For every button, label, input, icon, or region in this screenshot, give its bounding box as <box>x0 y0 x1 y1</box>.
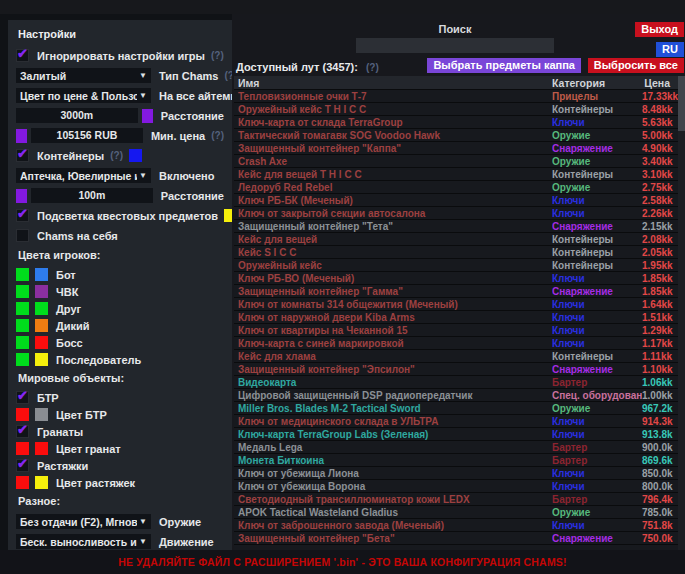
table-row[interactable]: Ключ от наружной двери Kiba ArmsКлючи1.5… <box>234 311 678 324</box>
table-row[interactable]: Медаль LegaБартер900.0k <box>234 441 678 454</box>
column-header-category[interactable]: Категория <box>552 77 642 89</box>
loot-table: Имя Категория Цена Тепловизионные очки Т… <box>234 76 678 550</box>
player-color-swatch-2[interactable] <box>35 302 48 315</box>
table-row[interactable]: Кейс для хламаКонтейнеры1.11kk <box>234 350 678 363</box>
table-row[interactable]: Ключ-карта от склада TerraGroupКлючи5.63… <box>234 116 678 129</box>
table-row[interactable]: Кейс для вещейКонтейнеры2.08kk <box>234 233 678 246</box>
item-category: Контейнеры <box>552 260 642 271</box>
table-row[interactable]: Ключ РБ-БК (Меченый)Ключи2.58kk <box>234 194 678 207</box>
grenades-checkbox[interactable]: ✔ <box>16 425 29 438</box>
discard-all-button[interactable]: Выбросить все <box>588 58 684 73</box>
distance-slider-handle[interactable] <box>142 109 153 123</box>
player-color-swatch-2[interactable] <box>35 285 48 298</box>
table-row[interactable]: Ключ от квартиры на Чеканной 15Ключи1.29… <box>234 324 678 337</box>
table-row[interactable]: Тактический томагавк SOG Voodoo HawkОруж… <box>234 129 678 142</box>
min-price-slider-handle[interactable] <box>16 129 27 143</box>
table-row[interactable]: Светодиодный трансиллюминатор кожи LEDXБ… <box>234 493 678 506</box>
table-row[interactable]: Тепловизионные очки Т-7Прицелы17.33kk <box>234 90 678 103</box>
table-row[interactable]: Ключ-карта TerraGroup Labs (Зеленая)Ключ… <box>234 428 678 441</box>
table-row[interactable]: Ключ от комнаты 314 общежития (Меченый)К… <box>234 298 678 311</box>
search-input[interactable] <box>356 38 554 53</box>
movement-dropdown[interactable]: Беск. выносливость и нет уста ▼ <box>16 534 151 549</box>
scrollbar-track[interactable] <box>678 76 685 550</box>
distance-input[interactable]: 3000m <box>16 108 138 123</box>
player-color-swatch-1[interactable] <box>16 353 29 366</box>
player-color-swatch-1[interactable] <box>16 285 29 298</box>
player-color-swatch-1[interactable] <box>16 336 29 349</box>
language-button[interactable]: RU <box>656 42 684 57</box>
table-row[interactable]: Защищенный контейнер "Эпсилон"Снаряжение… <box>234 363 678 376</box>
player-color-swatch-1[interactable] <box>16 268 29 281</box>
loot-panel: Поиск Выход RU Доступный лут (3457):(?) … <box>232 14 685 550</box>
color-mode-dropdown[interactable]: Цвет по цене & Пользователь ▼ <box>16 88 151 103</box>
help-marker[interactable]: (?) <box>366 62 379 73</box>
table-row[interactable]: Оружейный кейс T H I C CКонтейнеры8.48kk <box>234 103 678 116</box>
column-header-name[interactable]: Имя <box>234 77 552 89</box>
item-name: Кейс для хлама <box>234 351 552 362</box>
table-row[interactable]: Кейс S I C CКонтейнеры2.05kk <box>234 246 678 259</box>
player-color-swatch-2[interactable] <box>35 336 48 349</box>
min-price-input[interactable]: 105156 RUB <box>31 128 143 143</box>
containers-color-swatch[interactable] <box>129 149 142 162</box>
item-price: 1.10kk <box>642 364 678 375</box>
table-row[interactable]: Ключ от медицинского склада в УЛЬТРАКлюч… <box>234 415 678 428</box>
tripwires-checkbox[interactable]: ✔ <box>16 459 29 472</box>
settings-title: Настройки <box>18 28 224 40</box>
player-color-swatch-2[interactable] <box>35 353 48 366</box>
btr-color-swatch-1[interactable] <box>16 408 29 421</box>
table-row[interactable]: Защищенный контейнер "Тета"Снаряжение2.1… <box>234 220 678 233</box>
table-row[interactable]: Ключ от заброшенного завода (Меченый)Клю… <box>234 519 678 532</box>
settings-panel: Настройки ✔ Игнорировать настройки игры … <box>8 20 232 550</box>
column-header-price[interactable]: Цена <box>642 77 678 89</box>
table-row[interactable]: Кейс для вещей T H I C CКонтейнеры3.10kk <box>234 168 678 181</box>
table-row[interactable]: Ключ РБ-ВО (Меченый)Ключи1.85kk <box>234 272 678 285</box>
table-row[interactable]: Защищенный контейнер "Каппа"Снаряжение4.… <box>234 142 678 155</box>
btr-checkbox[interactable]: ✔ <box>16 391 29 404</box>
item-category: Ключи <box>552 338 642 349</box>
containers-checkbox[interactable]: ✔ <box>16 149 29 162</box>
table-row[interactable]: Оружейный кейсКонтейнеры1.95kk <box>234 259 678 272</box>
weapon-dropdown[interactable]: Без отдачи (F2), Мгновенное п ▼ <box>16 514 151 529</box>
quest-highlight-checkbox[interactable]: ✔ <box>16 209 29 222</box>
table-row[interactable]: Miller Bros. Blades M-2 Tactical SwordОр… <box>234 402 678 415</box>
table-row[interactable]: Ключ-карта с синей маркировкойКлючи1.17k… <box>234 337 678 350</box>
container-distance-slider-handle[interactable] <box>16 189 27 203</box>
chevron-down-icon: ▼ <box>139 71 147 80</box>
btr-color-swatch-2[interactable] <box>35 408 48 421</box>
tripwire-color-swatch-2[interactable] <box>35 476 48 489</box>
table-row[interactable]: Ключ от убежища ВоронаКлючи800.0k <box>234 480 678 493</box>
table-row[interactable]: Защищенный контейнер "Гамма"Снаряжение1.… <box>234 285 678 298</box>
table-row[interactable]: Монета БиткоинаБартер869.6k <box>234 454 678 467</box>
chams-type-row: Залитый ▼ Тип Chams (?) <box>16 68 224 83</box>
scrollbar-thumb[interactable] <box>678 76 685 131</box>
table-row[interactable]: Ключ от закрытой секции автосалонаКлючи2… <box>234 207 678 220</box>
player-color-swatch-2[interactable] <box>35 268 48 281</box>
table-row[interactable]: Защищенный контейнер "Бета"Снаряжение750… <box>234 532 678 545</box>
item-price: 850.0k <box>642 468 678 479</box>
help-marker[interactable]: (?) <box>110 150 123 161</box>
help-marker[interactable]: (?) <box>211 130 224 141</box>
table-row[interactable]: APOK Tactical Wasteland GladiusОружие785… <box>234 506 678 519</box>
exit-button[interactable]: Выход <box>635 22 684 37</box>
containers-filter-dropdown[interactable]: Аптечка, Ювелирные и... ▼ <box>16 168 151 183</box>
tripwire-color-swatch-1[interactable] <box>16 476 29 489</box>
chams-self-checkbox[interactable] <box>16 229 29 242</box>
table-row[interactable]: Ледоруб Red RebelОружие2.75kk <box>234 181 678 194</box>
table-row[interactable]: Ключ от убежища ЛионаКлючи850.0k <box>234 467 678 480</box>
table-row[interactable]: ВидеокартаБартер1.06kk <box>234 376 678 389</box>
player-color-swatch-1[interactable] <box>16 319 29 332</box>
container-distance-input[interactable]: 100m <box>31 188 153 203</box>
player-color-swatch-1[interactable] <box>16 302 29 315</box>
table-row[interactable]: Цифровой защищенный DSP радиопередатчикС… <box>234 389 678 402</box>
item-name: Miller Bros. Blades M-2 Tactical Sword <box>234 403 552 414</box>
item-category: Оружие <box>552 156 642 167</box>
table-row[interactable]: Crash AxeОружие3.40kk <box>234 155 678 168</box>
grenade-color-swatch-2[interactable] <box>35 442 48 455</box>
help-marker[interactable]: (?) <box>211 50 224 61</box>
player-color-swatch-2[interactable] <box>35 319 48 332</box>
select-kappa-items-button[interactable]: Выбрать предметы каппа <box>427 58 581 73</box>
ignore-game-settings-checkbox[interactable]: ✔ <box>16 49 29 62</box>
grenade-color-swatch-1[interactable] <box>16 442 29 455</box>
item-category: Контейнеры <box>552 169 642 180</box>
chams-type-dropdown[interactable]: Залитый ▼ <box>16 68 151 83</box>
